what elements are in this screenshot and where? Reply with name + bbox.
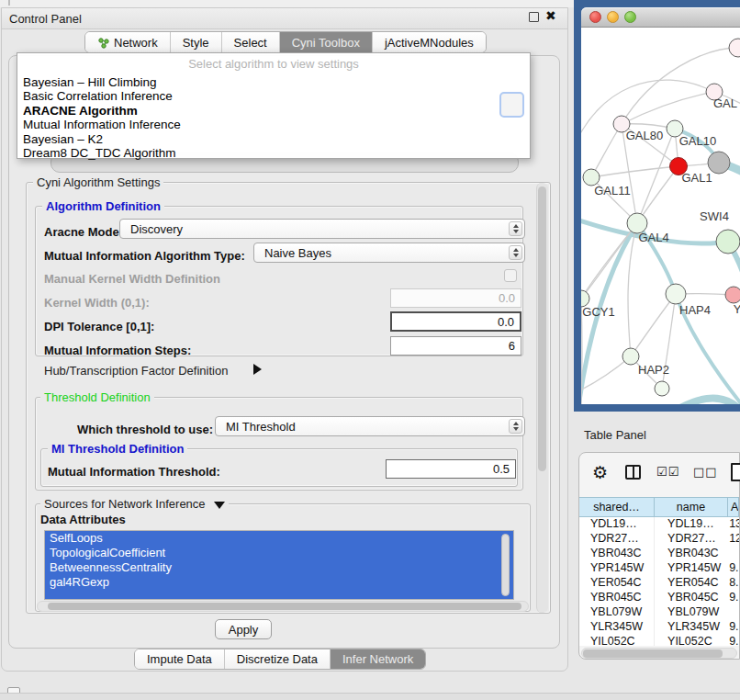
tab-label: Impute Data [147, 652, 212, 666]
manual-kernel-label: Manual Kernel Width Definition [44, 272, 220, 286]
cell-col2: YPR145W [654, 561, 726, 576]
aracne-mode-value: Discovery [130, 222, 183, 236]
mi-threshold-label: Mutual Information Threshold: [48, 465, 220, 479]
table-panel-container: ⚙ ☑☑ □□ shared…nameA YDL19…YDL19…13YDR27… [578, 452, 740, 660]
network-node-node-pink-right[interactable] [725, 287, 740, 303]
sources-group-title[interactable]: Sources for Network Inference [40, 497, 229, 511]
dpi-tolerance-field[interactable]: 0.0 [390, 311, 521, 332]
column-header-3[interactable]: A [728, 498, 739, 516]
data-attribute-item[interactable]: BetweennessCentrality [45, 560, 513, 575]
cell-col2: YDL19… [654, 517, 726, 532]
table-row[interactable]: YLR345WYLR345W9. [579, 620, 739, 635]
cell-col2: YER054C [654, 576, 726, 591]
dropdown-option[interactable]: ARACNE Algorithm [20, 104, 527, 118]
settings-scrollbar-thumb[interactable] [538, 186, 546, 471]
tab-discretize-data[interactable]: Discretize Data [225, 649, 331, 669]
network-edge[interactable] [637, 129, 675, 223]
network-canvas[interactable]: GALGAL80GAL10GAL1GAL11SWI4GAL4GCY1HAP4YH… [581, 28, 740, 404]
network-edge[interactable] [622, 48, 738, 124]
network-node-SWI4[interactable] [716, 230, 740, 254]
mi-threshold-field[interactable]: 0.5 [386, 459, 516, 479]
dropdown-option[interactable]: Bayesian – Hill Climbing [20, 75, 527, 89]
cell-col2: YLR345W [654, 620, 726, 635]
tab-label: Discretize Data [237, 652, 318, 666]
cell-col1: YBL079W [579, 605, 654, 620]
network-edge[interactable] [622, 92, 714, 124]
table-row[interactable]: YBR043CYBR043C [579, 547, 739, 561]
settings-hscroll-thumb[interactable] [48, 603, 521, 610]
dropdown-option[interactable]: Basic Correlation Inference [20, 89, 527, 103]
table-row[interactable]: YBR045CYBR045C9. [579, 591, 739, 605]
table-toolbar: ⚙ ☑☑ □□ [579, 453, 739, 493]
tab-network[interactable]: Network [85, 32, 171, 52]
expanded-arrow-icon[interactable] [214, 502, 225, 509]
cell-col1: YDR27… [579, 532, 654, 547]
export-table-icon[interactable] [731, 463, 740, 481]
tab-impute-data[interactable]: Impute Data [135, 649, 225, 669]
table-row[interactable]: YER054CYER054C8. [579, 576, 739, 591]
tab-select[interactable]: Select [222, 32, 280, 52]
collapsed-arrow-icon[interactable] [253, 364, 262, 375]
kernel-width-field[interactable]: 0.0 [390, 288, 521, 308]
network-node-node-bottom[interactable] [655, 381, 669, 396]
tab-infer-network[interactable]: Infer Network [331, 649, 425, 669]
cell-col2: YBL079W [654, 605, 726, 620]
close-window-icon[interactable] [589, 11, 601, 23]
tab-cyni-toolbox[interactable]: Cyni Toolbox [280, 32, 373, 52]
table-hscroll-thumb[interactable] [583, 649, 723, 658]
kernel-width-label: Kernel Width (0,1): [44, 296, 150, 310]
network-edge[interactable] [581, 356, 631, 393]
close-icon[interactable]: ✖ [545, 8, 556, 23]
network-edge[interactable] [591, 166, 678, 177]
table-row[interactable]: YDR27…YDR27…12 [579, 532, 739, 547]
settings-gear-icon[interactable]: ⚙ [592, 462, 608, 482]
column-header-2[interactable]: name [655, 498, 728, 516]
column-header-1[interactable]: shared… [579, 498, 655, 516]
network-edge[interactable] [631, 294, 676, 356]
data-attribute-item[interactable]: gal4RGexp [45, 575, 513, 590]
mi-type-select[interactable]: Naive Bayes [253, 243, 525, 263]
apply-button[interactable]: Apply [215, 619, 272, 639]
tab-jactivemnodules[interactable]: jActiveMNodules [373, 32, 486, 52]
table-row[interactable]: YBL079WYBL079W [579, 605, 739, 620]
minimize-window-icon[interactable] [607, 11, 619, 23]
which-threshold-select[interactable]: MI Threshold [215, 416, 525, 436]
dropdown-option[interactable]: Bayesian – K2 [20, 132, 527, 146]
network-edge[interactable] [591, 124, 622, 177]
manual-kernel-checkbox[interactable] [504, 269, 517, 282]
mi-steps-field[interactable]: 6 [390, 336, 521, 356]
tab-label: Infer Network [342, 652, 413, 666]
network-window-titlebar[interactable] [581, 7, 740, 28]
aracne-mode-select[interactable]: Discovery [119, 219, 525, 239]
network-node-HAP2[interactable] [622, 348, 639, 365]
cyni-bottom-tabstrip: Impute DataDiscretize DataInfer Network [134, 649, 426, 670]
tab-style[interactable]: Style [171, 32, 222, 52]
hide-columns-icon[interactable]: □□ [693, 465, 718, 479]
network-node-node-top-right[interactable] [729, 39, 740, 57]
network-node-HAP4[interactable] [666, 284, 686, 304]
show-columns-icon[interactable]: ☑☑ [656, 465, 679, 479]
which-threshold-value: MI Threshold [226, 420, 296, 434]
split-columns-icon[interactable] [625, 465, 641, 480]
table-row[interactable]: YIL052CYIL052C9. [579, 635, 739, 646]
screen: { "colors": { "blue_label": "#1414cc", "… [0, 0, 740, 700]
data-attributes-list[interactable]: SelfLoopsTopologicalCoefficientBetweenne… [44, 530, 514, 600]
network-edge[interactable] [680, 399, 740, 404]
aracne-mode-label: Aracne Mode: [44, 225, 123, 239]
network-graph[interactable]: GALGAL80GAL10GAL1GAL11SWI4GAL4GCY1HAP4YH… [581, 28, 740, 404]
table-row[interactable]: YDL19…YDL19…13 [579, 517, 739, 532]
hub-tf-section-toggle[interactable]: Hub/Transcription Factor Definition [44, 364, 228, 378]
control-panel-titlebar[interactable] [2, 8, 567, 29]
cell-col2: YBR043C [654, 547, 726, 561]
dropdown-option[interactable]: Dream8 DC_TDC Algorithm [20, 146, 527, 160]
attr-list-scrollbar-thumb[interactable] [501, 534, 510, 596]
data-attribute-item[interactable]: SelfLoops [45, 531, 513, 546]
cell-col3 [726, 605, 739, 620]
zoom-window-icon[interactable] [624, 11, 636, 23]
dropdown-option[interactable]: Mutual Information Inference [20, 118, 527, 131]
table-row[interactable]: YPR145WYPR145W9. [579, 561, 739, 576]
float-window-icon[interactable] [529, 12, 539, 22]
network-edge[interactable] [628, 223, 637, 356]
cell-col3: 13 [726, 517, 739, 532]
data-attribute-item[interactable]: TopologicalCoefficient [45, 546, 513, 560]
